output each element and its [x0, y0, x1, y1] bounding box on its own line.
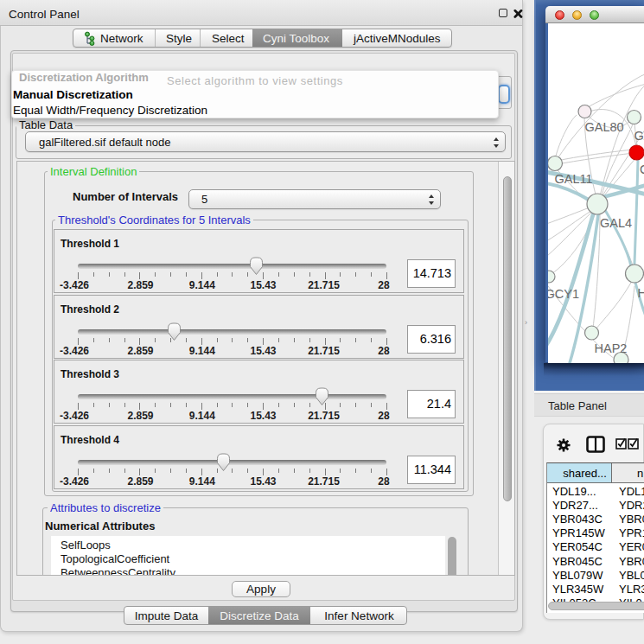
svg-text:H: H [637, 286, 644, 300]
svg-text:GCY1: GCY1 [548, 287, 579, 301]
svg-text:CC: CC [640, 163, 644, 176]
svg-text:HAP2: HAP2 [594, 341, 627, 355]
svg-text:GAL4: GAL4 [600, 216, 632, 230]
svg-text:GAL80: GAL80 [584, 120, 623, 134]
svg-text:GAL1: GAL1 [634, 129, 644, 143]
svg-text:GAL11: GAL11 [554, 172, 592, 186]
